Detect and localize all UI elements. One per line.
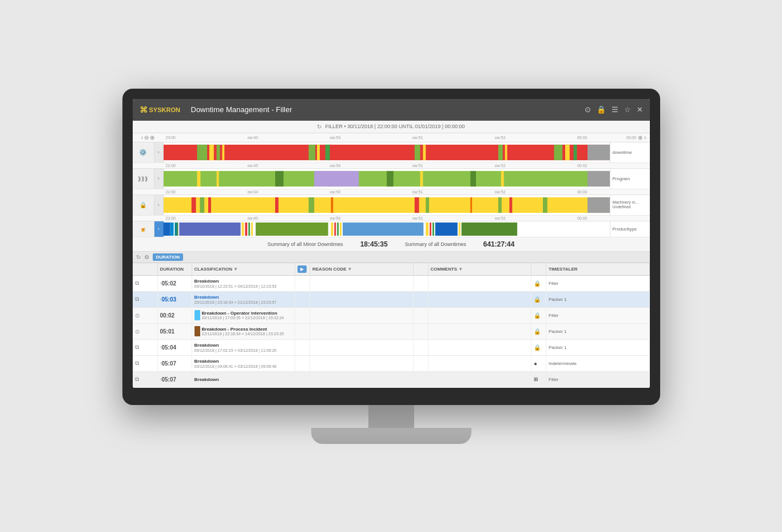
dot-icon-4: ● (534, 360, 537, 367)
duration-badge[interactable]: DURATION (153, 253, 184, 261)
td-chevron-4[interactable]: › 05:07 (158, 356, 192, 371)
lock-icon-3: 🔒 (534, 344, 541, 351)
td-classification-1: Breakdown 09/10/2018 | 12:23:51 » 04/12/… (192, 276, 296, 291)
td-chevron-3[interactable]: › 05:04 (158, 340, 192, 355)
svg-rect-28 (208, 197, 211, 212)
all-downtimes-label: Summary of all Downtimes (405, 241, 466, 247)
duration-2: 05:03 (162, 296, 177, 303)
scale3-5: 00:00 (577, 190, 588, 194)
content-area: ↻ FILLER • 30/11/2018 | 22:00:00 UNTIL 0… (133, 121, 650, 388)
svg-rect-17 (314, 170, 359, 186)
svg-rect-43 (177, 222, 178, 235)
nav-minus[interactable]: ⊖ (144, 134, 149, 141)
td-comment-3 (428, 340, 532, 355)
scale-label-0: 23:00 (166, 136, 176, 140)
lock-icon-1: 🔒 (534, 280, 541, 287)
menu-icon[interactable]: ☰ (612, 105, 618, 114)
logo-symbol: ⌘ (140, 105, 148, 114)
scale4-4: ow:52 (495, 216, 506, 220)
scale2-0: 22:00 (166, 164, 176, 168)
svg-rect-48 (251, 222, 253, 235)
td-classification-3: Breakdown 09/12/2018 | 17:02:23 » 03/12/… (192, 340, 296, 355)
class-main-3: Breakdown (194, 343, 219, 348)
table-row-4: ⧉ › 05:07 Breakdown 03/12/2018 | 09:08:4… (133, 356, 650, 372)
minor-downtimes-label: Summary of all Minor Downtimes (268, 241, 343, 247)
svg-rect-7 (325, 144, 330, 160)
td-reason-s2 (310, 324, 414, 339)
track-icon-machine: 🔒 (133, 195, 154, 215)
svg-rect-39 (588, 197, 610, 212)
timeline-section: ‹ ⊖ ⊕ 23:00 ow:40 ow:50 ow:51 ow:52 00:0… (133, 133, 650, 237)
svg-rect-59 (458, 222, 460, 235)
svg-rect-47 (248, 222, 250, 235)
td-empty-3a (295, 340, 310, 355)
scale4-3: ow:51 (412, 216, 423, 220)
class-main-2: Breakdown (194, 295, 219, 300)
svg-rect-23 (420, 170, 423, 186)
svg-rect-40 (164, 222, 170, 235)
track-icon-program: ⟫⟫⟫ (133, 169, 154, 189)
td-timestamp-4: Indeterminate (546, 356, 650, 371)
refresh-icon[interactable]: ↻ (317, 124, 321, 130)
td-lock-1: 🔒 (531, 276, 546, 291)
nav-plus[interactable]: ⊕ (150, 134, 154, 141)
svg-rect-3 (216, 144, 220, 160)
play-button[interactable]: ▶ (297, 265, 307, 273)
nav-right-arrow[interactable]: › (644, 134, 646, 141)
settings-table-icon[interactable]: ⚙ (144, 254, 149, 260)
class-sub-s2: 22/11/2018 | 22:18:34 » 14/12/2018 | 23:… (202, 332, 284, 336)
svg-rect-2 (209, 144, 213, 160)
class-sub-4: 03/12/2018 | 09:08:41 » 03/12/2018 | 09:… (194, 364, 277, 368)
track-row-product: 🍺 › (133, 221, 650, 237)
filter-classification-icon[interactable]: ▼ (233, 267, 238, 272)
td-empty-s1b (414, 308, 428, 323)
svg-rect-5 (308, 144, 315, 160)
class-main-5: Breakdown (194, 377, 219, 382)
monitor-stand-neck (368, 405, 414, 428)
all-downtimes-time: 641:27:44 (483, 240, 515, 248)
monitor-stand-base (311, 428, 471, 444)
clock-icon[interactable]: ⊙ (585, 105, 591, 114)
table-sub-row-2: ⊙ 05:01 Breakdown - Process Incident 22/… (133, 324, 650, 340)
svg-rect-60 (461, 222, 517, 235)
refresh-table-icon[interactable]: ↻ (136, 254, 141, 260)
scale4-0: 22:00 (166, 216, 176, 220)
duration-s2: 05:01 (160, 328, 175, 335)
svg-rect-8 (414, 144, 420, 160)
track-arrow-3[interactable]: › (154, 195, 164, 215)
close-icon[interactable]: ✕ (637, 105, 643, 114)
filter-reason-icon[interactable]: ▼ (348, 267, 352, 272)
td-chevron-2[interactable]: › 05:03 (158, 292, 192, 307)
td-comment-2 (428, 292, 532, 307)
svg-rect-46 (245, 222, 247, 235)
nav-left[interactable]: ‹ (141, 134, 143, 141)
track-arrow-4[interactable]: › (154, 221, 164, 237)
svg-rect-21 (197, 170, 200, 186)
minor-downtimes-time: 18:45:35 (360, 240, 388, 248)
th-filter3 (531, 263, 546, 275)
td-chevron-1[interactable]: › 05:02 (158, 276, 192, 291)
svg-rect-22 (216, 170, 219, 186)
svg-rect-6 (317, 144, 320, 160)
svg-rect-44 (179, 222, 240, 235)
star-icon[interactable]: ☆ (624, 105, 631, 114)
nav-zoom-in[interactable]: ⊕ (638, 134, 642, 141)
svg-rect-31 (509, 197, 512, 212)
filter-comments-icon[interactable]: ▼ (458, 267, 463, 272)
scale-label-3: ow:51 (412, 136, 423, 140)
th-timestamp: TIMESTALER (546, 263, 650, 275)
lock-icon[interactable]: 🔒 (597, 105, 606, 114)
td-chevron-5[interactable]: › 05:07 (158, 372, 192, 387)
td-empty-3b (414, 340, 428, 355)
scale2-4: ow:52 (495, 164, 506, 168)
duration-s1: 00:02 (160, 312, 175, 319)
td-icon-1: ⧉ (133, 276, 158, 291)
track-arrow-1[interactable]: › (154, 142, 164, 162)
scale3-4: ow:52 (495, 190, 506, 194)
scale-label-4: ow:52 (495, 136, 506, 140)
td-lock-3: 🔒 (531, 340, 546, 355)
td-lock-5: ⊞ (531, 372, 546, 387)
scale3-3: ow:51 (412, 190, 423, 194)
scale2-1: ow:45 (247, 164, 258, 168)
track-arrow-2[interactable]: › (154, 169, 164, 189)
